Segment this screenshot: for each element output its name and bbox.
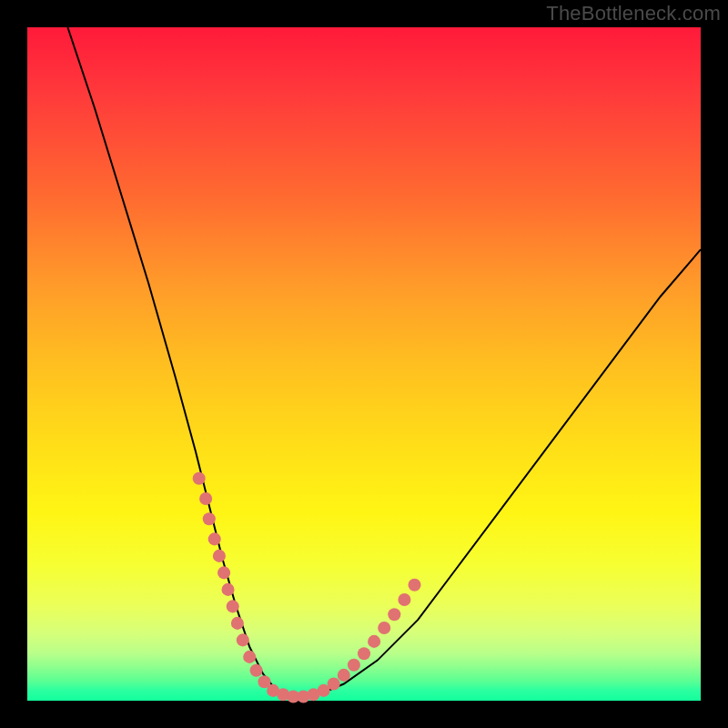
dot-highlight-dots-right bbox=[388, 608, 400, 621]
dot-highlight-dots-left bbox=[208, 532, 221, 545]
chart-frame: TheBottleneck.com bbox=[0, 0, 728, 728]
dot-highlight-dots-right bbox=[338, 669, 350, 682]
dot-highlight-dots-left bbox=[213, 550, 226, 562]
dot-highlight-dots-left bbox=[237, 633, 249, 646]
series-group bbox=[67, 27, 701, 703]
dot-highlight-dots-left bbox=[231, 617, 244, 630]
dot-highlight-dots-left bbox=[227, 600, 239, 612]
dot-highlight-dots-right bbox=[358, 647, 370, 660]
dot-highlight-dots-left bbox=[199, 492, 212, 505]
dot-highlight-dots-right bbox=[378, 622, 390, 634]
dot-highlight-dots-left bbox=[243, 651, 256, 663]
chart-svg bbox=[27, 27, 701, 701]
dot-highlight-dots-right bbox=[348, 659, 360, 672]
dot-highlight-dots-right bbox=[328, 677, 340, 690]
curve-bottleneck-curve bbox=[67, 27, 701, 697]
dot-highlight-dots-left bbox=[193, 472, 206, 485]
dot-highlight-dots-right bbox=[408, 579, 420, 592]
watermark-text: TheBottleneck.com bbox=[546, 2, 721, 25]
dot-highlight-dots-left bbox=[221, 583, 234, 596]
dot-highlight-dots-left bbox=[203, 512, 216, 525]
plot-area bbox=[27, 27, 701, 701]
dot-highlight-dots-left bbox=[217, 566, 230, 579]
dot-highlight-dots-right bbox=[398, 593, 410, 606]
dot-highlight-dots-right bbox=[368, 635, 380, 648]
dot-highlight-dots-left bbox=[250, 664, 263, 677]
